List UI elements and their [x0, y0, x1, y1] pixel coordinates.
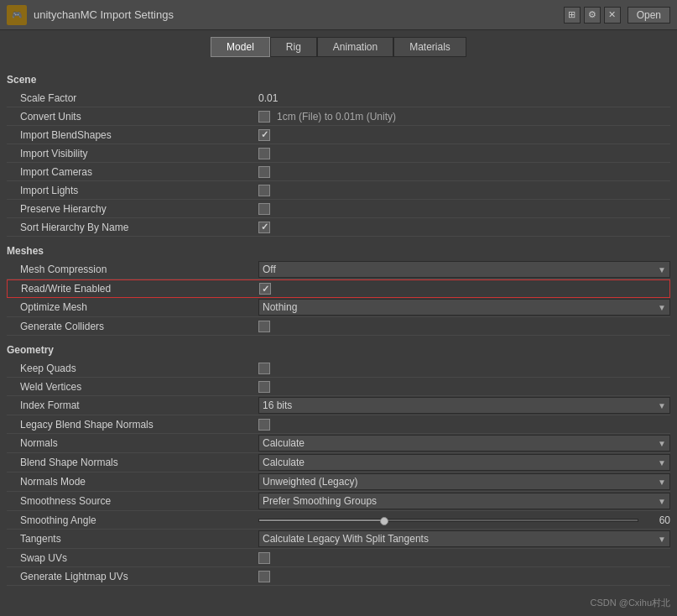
- tab-rig[interactable]: Rig: [270, 37, 317, 57]
- tabs-bar: Model Rig Animation Materials: [0, 30, 677, 62]
- label-smoothing-angle: Smoothing Angle: [7, 514, 258, 526]
- row-blend-shape-normals: Blend Shape Normals Calculate ▼: [7, 453, 670, 472]
- value-import-cameras: [258, 166, 670, 178]
- checkbox-import-blendshapes[interactable]: [258, 129, 270, 141]
- row-optimize-mesh: Optimize Mesh Nothing ▼: [7, 298, 670, 317]
- checkbox-sort-hierarchy[interactable]: [258, 222, 270, 233]
- app-icon: 🎮: [7, 5, 27, 25]
- scene-section-header: Scene: [7, 74, 670, 86]
- row-convert-units: Convert Units 1cm (File) to 0.01m (Unity…: [7, 107, 670, 126]
- meshes-section-header: Meshes: [7, 245, 670, 257]
- dropdown-blend-shape-normals-value: Calculate: [263, 457, 305, 468]
- watermark: CSDN @Cxihu村北: [590, 597, 670, 609]
- icon-btn-3[interactable]: ✕: [604, 7, 621, 23]
- row-tangents: Tangents Calculate Legacy With Split Tan…: [7, 530, 670, 549]
- checkbox-weld-vertices[interactable]: [258, 381, 270, 393]
- icon-btn-2[interactable]: ⚙: [584, 7, 601, 23]
- tab-model[interactable]: Model: [211, 37, 270, 57]
- dropdown-blend-shape-normals[interactable]: Calculate ▼: [258, 454, 670, 471]
- label-import-blendshapes: Import BlendShapes: [7, 129, 258, 141]
- label-swap-uvs: Swap UVs: [7, 552, 258, 564]
- row-generate-colliders: Generate Colliders: [7, 317, 670, 336]
- main-window: 🎮 unitychanMC Import Settings ⊞ ⚙ ✕ Open…: [0, 0, 677, 616]
- row-import-blendshapes: Import BlendShapes: [7, 126, 670, 144]
- label-index-format: Index Format: [7, 399, 258, 411]
- row-sort-hierarchy: Sort Hierarchy By Name: [7, 218, 670, 237]
- checkbox-keep-quads[interactable]: [258, 363, 270, 374]
- value-keep-quads: [258, 363, 670, 374]
- convert-units-text: 1cm (File) to 0.01m (Unity): [277, 111, 396, 123]
- value-generate-lightmap-uvs: [258, 571, 670, 582]
- row-index-format: Index Format 16 bits ▼: [7, 396, 670, 415]
- checkbox-legacy-blend-shape-normals[interactable]: [258, 419, 270, 431]
- dropdown-tangents-value: Calculate Legacy With Split Tangents: [263, 533, 429, 545]
- tab-animation[interactable]: Animation: [317, 37, 393, 57]
- value-blend-shape-normals: Calculate ▼: [258, 454, 670, 471]
- dropdown-normals[interactable]: Calculate ▼: [258, 435, 670, 452]
- label-legacy-blend-shape-normals: Legacy Blend Shape Normals: [7, 419, 258, 431]
- label-convert-units: Convert Units: [7, 111, 258, 123]
- dropdown-index-format-arrow: ▼: [658, 401, 666, 410]
- dropdown-smoothness-source[interactable]: Prefer Smoothing Groups ▼: [258, 493, 670, 509]
- checkbox-read-write[interactable]: [259, 283, 271, 295]
- dropdown-blend-shape-normals-arrow: ▼: [658, 458, 666, 467]
- label-smoothness-source: Smoothness Source: [7, 495, 258, 507]
- label-weld-vertices: Weld Vertices: [7, 381, 258, 393]
- checkbox-generate-lightmap-uvs[interactable]: [258, 571, 270, 582]
- dropdown-mesh-compression-arrow: ▼: [658, 265, 666, 274]
- value-import-lights: [258, 185, 670, 196]
- row-normals-mode: Normals Mode Unweighted (Legacy) ▼: [7, 472, 670, 492]
- value-mesh-compression: Off ▼: [258, 261, 670, 278]
- value-normals-mode: Unweighted (Legacy) ▼: [258, 473, 670, 490]
- label-import-lights: Import Lights: [7, 185, 258, 196]
- row-import-cameras: Import Cameras: [7, 163, 670, 181]
- icon-btn-1[interactable]: ⊞: [564, 7, 581, 23]
- row-mesh-compression: Mesh Compression Off ▼: [7, 260, 670, 279]
- value-tangents: Calculate Legacy With Split Tangents ▼: [258, 530, 670, 547]
- dropdown-optimize-mesh[interactable]: Nothing ▼: [258, 299, 670, 316]
- dropdown-smoothness-source-arrow: ▼: [658, 497, 666, 506]
- value-scale-factor: 0.01: [258, 92, 670, 104]
- dropdown-tangents[interactable]: Calculate Legacy With Split Tangents ▼: [258, 530, 670, 547]
- value-import-blendshapes: [258, 129, 670, 141]
- value-read-write: [259, 283, 669, 295]
- label-scale-factor: Scale Factor: [7, 92, 258, 104]
- checkbox-import-lights[interactable]: [258, 185, 270, 196]
- row-keep-quads: Keep Quads: [7, 359, 670, 378]
- smoothing-angle-value: 60: [645, 514, 670, 526]
- checkbox-convert-units[interactable]: [258, 111, 270, 123]
- checkbox-import-visibility[interactable]: [258, 148, 270, 159]
- row-smoothing-angle: Smoothing Angle 60: [7, 511, 670, 530]
- dropdown-index-format[interactable]: 16 bits ▼: [258, 397, 670, 414]
- dropdown-index-format-value: 16 bits: [263, 399, 292, 411]
- dropdown-normals-mode[interactable]: Unweighted (Legacy) ▼: [258, 473, 670, 490]
- titlebar-right: ⊞ ⚙ ✕ Open: [564, 7, 670, 23]
- dropdown-optimize-mesh-value: Nothing: [263, 301, 297, 313]
- dropdown-normals-value: Calculate: [263, 437, 305, 449]
- open-button[interactable]: Open: [628, 7, 670, 23]
- row-import-lights: Import Lights: [7, 181, 670, 200]
- checkbox-swap-uvs[interactable]: [258, 552, 270, 564]
- label-import-visibility: Import Visibility: [7, 148, 258, 159]
- value-convert-units: 1cm (File) to 0.01m (Unity): [258, 111, 670, 123]
- label-mesh-compression: Mesh Compression: [7, 264, 258, 275]
- window-title: unitychanMC Import Settings: [34, 8, 174, 21]
- label-normals-mode: Normals Mode: [7, 476, 258, 488]
- label-import-cameras: Import Cameras: [7, 166, 258, 178]
- row-normals: Normals Calculate ▼: [7, 434, 670, 453]
- label-preserve-hierarchy: Preserve Hierarchy: [7, 203, 258, 215]
- checkbox-import-cameras[interactable]: [258, 166, 270, 178]
- tab-materials[interactable]: Materials: [393, 37, 466, 57]
- titlebar: 🎮 unitychanMC Import Settings ⊞ ⚙ ✕ Open: [0, 0, 677, 30]
- dropdown-tangents-arrow: ▼: [658, 535, 666, 544]
- checkbox-preserve-hierarchy[interactable]: [258, 203, 270, 215]
- row-generate-lightmap-uvs: Generate Lightmap UVs: [7, 567, 670, 586]
- titlebar-left: 🎮 unitychanMC Import Settings: [7, 5, 174, 25]
- label-keep-quads: Keep Quads: [7, 363, 258, 374]
- smoothing-angle-thumb[interactable]: [380, 517, 388, 525]
- smoothing-angle-slider-container: 60: [258, 514, 670, 526]
- value-swap-uvs: [258, 552, 670, 564]
- value-generate-colliders: [258, 321, 670, 332]
- dropdown-mesh-compression[interactable]: Off ▼: [258, 261, 670, 278]
- checkbox-generate-colliders[interactable]: [258, 321, 270, 332]
